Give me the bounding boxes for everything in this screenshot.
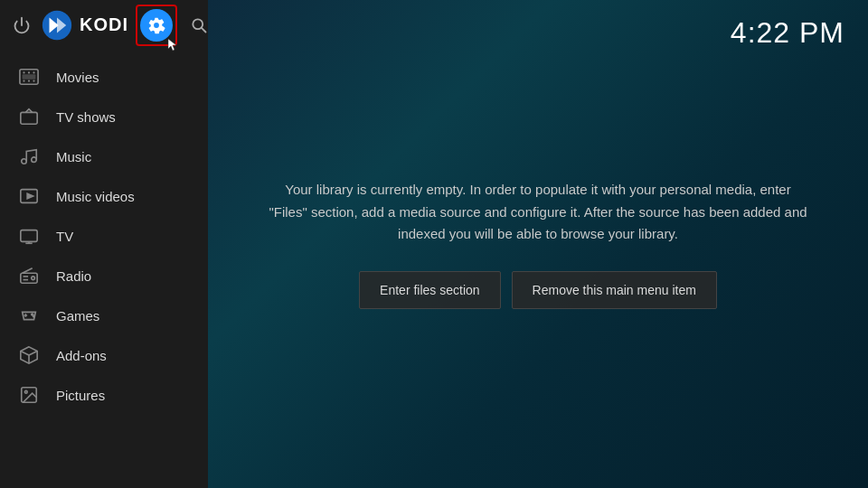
svg-rect-13 bbox=[23, 74, 36, 80]
time-display: 4:22 PM bbox=[731, 16, 844, 50]
sidebar-item-music[interactable]: Music bbox=[0, 136, 208, 176]
sidebar-item-games[interactable]: Games bbox=[0, 296, 208, 335]
library-empty-text: Your library is currently empty. In orde… bbox=[267, 179, 809, 246]
power-icon[interactable] bbox=[13, 14, 31, 36]
svg-rect-19 bbox=[21, 230, 37, 242]
tvshows-label: TV shows bbox=[56, 109, 116, 125]
sidebar-item-tvshows[interactable]: TV shows bbox=[0, 97, 208, 136]
settings-icon bbox=[140, 9, 173, 42]
remove-menu-item-button[interactable]: Remove this main menu item bbox=[512, 271, 717, 309]
radio-label: Radio bbox=[56, 268, 91, 284]
svg-point-7 bbox=[23, 71, 24, 73]
musicvideos-icon bbox=[18, 185, 40, 207]
games-icon bbox=[18, 305, 40, 326]
search-icon[interactable] bbox=[190, 14, 208, 36]
settings-button[interactable] bbox=[136, 5, 177, 46]
svg-point-11 bbox=[28, 80, 30, 81]
pictures-label: Pictures bbox=[56, 388, 105, 403]
music-label: Music bbox=[56, 149, 91, 164]
svg-point-10 bbox=[23, 80, 24, 81]
kodi-logo bbox=[42, 10, 72, 41]
svg-point-15 bbox=[22, 159, 27, 164]
action-buttons: Enter files section Remove this main men… bbox=[267, 271, 809, 309]
sidebar-item-musicvideos[interactable]: Music videos bbox=[0, 176, 208, 216]
music-icon bbox=[18, 145, 40, 167]
svg-line-5 bbox=[202, 27, 206, 32]
pictures-icon bbox=[18, 384, 40, 406]
movies-icon bbox=[18, 66, 40, 88]
nav-menu: Movies TV shows Music bbox=[0, 50, 208, 488]
svg-point-9 bbox=[33, 71, 34, 73]
main-content: 4:22 PM Your library is currently empty.… bbox=[208, 0, 868, 488]
movies-label: Movies bbox=[56, 70, 99, 85]
sidebar-header: KODI bbox=[0, 0, 208, 50]
app-title: KODI bbox=[80, 14, 128, 35]
sidebar: KODI bbox=[0, 0, 208, 488]
sidebar-item-radio[interactable]: Radio bbox=[0, 256, 208, 296]
tvshows-icon bbox=[18, 106, 40, 127]
svg-point-8 bbox=[28, 71, 30, 73]
tv-icon bbox=[18, 225, 40, 247]
sidebar-item-pictures[interactable]: Pictures bbox=[0, 375, 208, 415]
svg-point-29 bbox=[24, 390, 27, 393]
addons-label: Add-ons bbox=[56, 348, 107, 363]
sidebar-item-movies[interactable]: Movies bbox=[0, 57, 208, 97]
addons-icon bbox=[18, 344, 40, 366]
musicvideos-label: Music videos bbox=[56, 189, 135, 204]
sidebar-item-tv[interactable]: TV bbox=[0, 216, 208, 256]
library-message: Your library is currently empty. In orde… bbox=[249, 179, 827, 309]
enter-files-button[interactable]: Enter files section bbox=[359, 271, 501, 309]
svg-point-16 bbox=[32, 157, 37, 163]
sidebar-item-addons[interactable]: Add-ons bbox=[0, 335, 208, 375]
svg-marker-18 bbox=[27, 193, 33, 199]
svg-point-23 bbox=[32, 277, 35, 280]
tv-label: TV bbox=[56, 229, 73, 244]
radio-icon bbox=[18, 265, 40, 286]
svg-point-12 bbox=[33, 80, 34, 81]
games-label: Games bbox=[56, 308, 99, 324]
svg-rect-14 bbox=[21, 112, 37, 124]
